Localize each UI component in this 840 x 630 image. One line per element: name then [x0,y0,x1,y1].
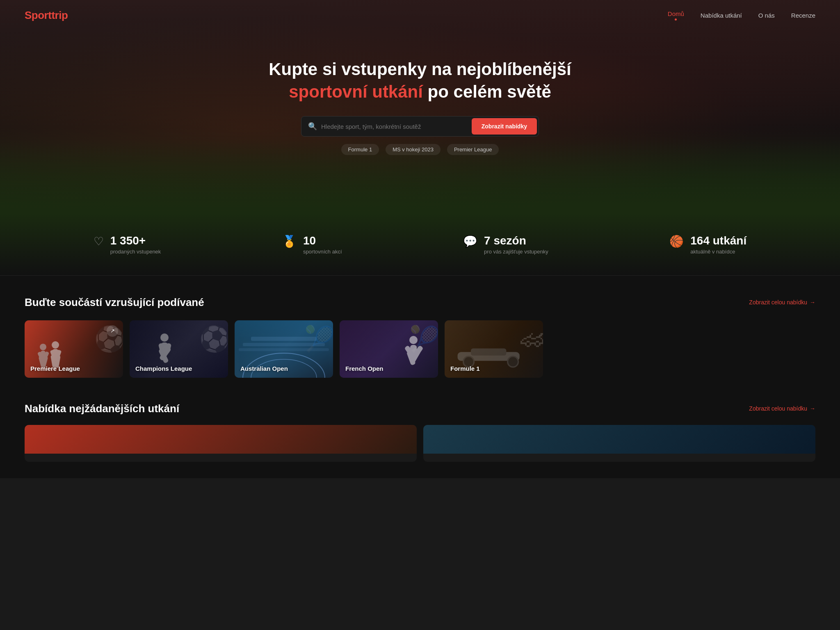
stat-seasons-label: pro vás zajišťuje vstupenky [484,249,548,255]
search-input[interactable] [321,123,472,130]
sport-card-champions[interactable]: Champions League [130,320,228,378]
quick-tag-0[interactable]: Formule 1 [341,144,379,155]
hero-content: Kupte si vstupenky na nejoblíbenější spo… [260,58,580,155]
stat-matches-label: aktuálně v nabídce [690,249,746,255]
svg-point-32 [508,356,518,367]
card-premiere-label: Premiere League [30,365,80,372]
section-matches-header: Nabídka nejžádanějších utkání Zobrazit c… [25,402,815,415]
section-sports-header: Buďte součástí vzrušující podívané Zobra… [25,296,815,309]
arrow-right-icon-2: → [810,405,815,412]
nav-item-home[interactable]: Domů [668,10,684,21]
stat-matches-icon: 🏀 [669,235,684,248]
svg-rect-30 [471,348,506,355]
svg-rect-21 [243,343,325,346]
search-bar: 🔍 Zobrazit nabídky [301,116,539,137]
upcoming-cards-row [25,425,815,462]
stat-events-label: sportovních akcí [303,249,342,255]
search-icon: 🔍 [308,122,317,131]
card-formule-label: Formule 1 [450,365,480,372]
sport-card-premiere[interactable]: ↗ Premiere League [25,320,123,378]
section-matches: Nabídka nejžádanějších utkání Zobrazit c… [0,394,840,478]
svg-point-23 [409,336,418,344]
stat-events-icon: 🏅 [282,235,297,248]
stats-bar: ♡ 1 350+ prodaných vstupenek 🏅 10 sporto… [0,213,840,276]
quick-tags: Formule 1 MS v hokeji 2023 Premier Leagu… [269,144,571,155]
card-french-label: French Open [345,365,383,372]
card-australian-label: Australian Open [240,365,288,372]
svg-rect-20 [251,337,317,341]
card-champions-label: Champions League [135,365,192,372]
stat-tickets: ♡ 1 350+ prodaných vstupenek [94,234,161,255]
hero-section: Kupte si vstupenky na nejoblíbenější spo… [0,0,840,213]
stat-events: 🏅 10 sportovních akcí [282,234,342,255]
upcoming-card-2[interactable] [423,425,815,462]
section-sports-title: Buďte součástí vzrušující podívané [25,296,204,309]
stat-seasons-number: 7 sezón [484,234,548,248]
sport-cards-row: ↗ Premiere League Champions League [25,320,815,378]
header: Sporttrip Domů Nabídka utkání O nás Rece… [0,0,840,31]
stat-matches-number: 164 utkání [690,234,746,248]
hero-title: Kupte si vstupenky na nejoblíbenější spo… [269,58,571,103]
hero-title-line2: po celém světě [428,82,551,101]
quick-tag-2[interactable]: Premier League [447,144,499,155]
section-matches-title: Nabídka nejžádanějších utkání [25,402,179,415]
svg-point-6 [40,344,46,350]
stat-matches: 🏀 164 utkání aktuálně v nabídce [669,234,746,255]
logo[interactable]: Sporttrip [25,9,68,22]
stat-seasons: 💬 7 sezón pro vás zajišťuje vstupenky [463,234,548,255]
stat-tickets-icon: ♡ [94,235,104,248]
quick-tag-1[interactable]: MS v hokeji 2023 [386,144,441,155]
sport-card-formule[interactable]: Formule 1 [445,320,543,378]
arrow-right-icon: → [810,299,815,306]
upcoming-card-2-image [423,425,815,454]
logo-text-white: Sport [25,9,51,21]
svg-point-0 [52,341,59,349]
upcoming-card-1[interactable] [25,425,417,462]
svg-rect-22 [239,348,329,351]
hero-title-line1: Kupte si vstupenky na nejoblíbenější [269,59,571,79]
hero-title-accent: sportovní utkání [289,82,423,101]
section-matches-link[interactable]: Zobrazit celou nabídku → [749,405,815,412]
sport-card-french[interactable]: French Open [340,320,438,378]
section-sports-link[interactable]: Zobrazit celou nabídku → [749,299,815,306]
stat-events-number: 10 [303,234,342,248]
card-french-figure [397,333,430,378]
card-premiere-arrow: ↗ [107,325,118,337]
nav-item-reviews[interactable]: Recenze [791,12,815,19]
stat-tickets-label: prodaných vstupenek [110,249,161,255]
section-sports: Buďte součástí vzrušující podívané Zobra… [0,276,840,394]
nav-item-offers[interactable]: Nabídka utkání [701,12,742,19]
nav-item-about[interactable]: O nás [758,12,775,19]
main-nav: Domů Nabídka utkání O nás Recenze [668,10,815,21]
svg-point-12 [160,333,169,342]
stat-seasons-icon: 💬 [463,235,477,248]
stat-tickets-number: 1 350+ [110,234,161,248]
logo-text-red: trip [51,9,68,21]
search-button[interactable]: Zobrazit nabídky [472,118,537,135]
sport-card-australian[interactable]: Australian Open [235,320,333,378]
upcoming-card-1-image [25,425,417,454]
